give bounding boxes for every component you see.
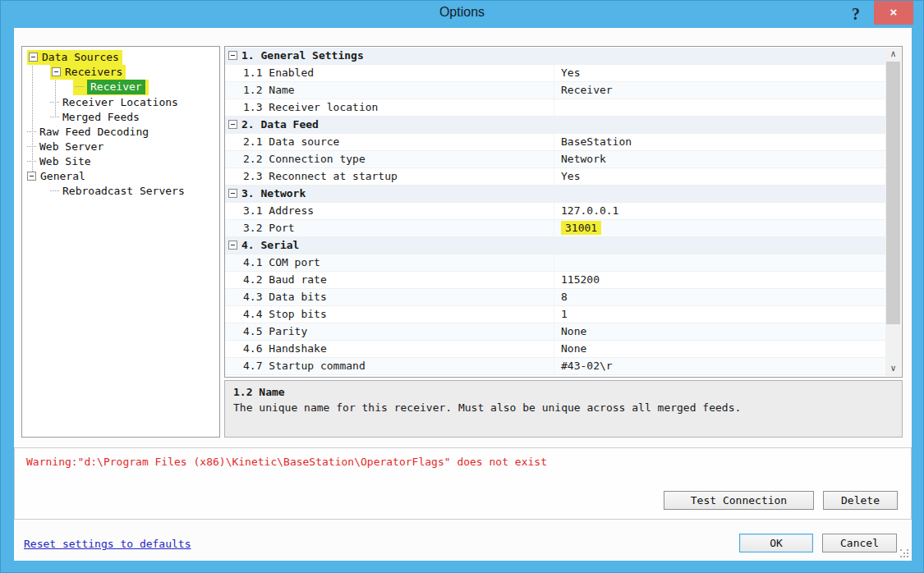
property-description-title: 1.2 Name [233,386,894,398]
tree-item-inner: Data Sources [27,50,122,65]
grid-section-label: 1. General Settings [241,48,364,64]
dialog-body: Data SourcesReceiversReceiverReceiver Lo… [14,28,912,561]
tree-item-inner: Receiver [73,80,149,95]
collapse-toggle-icon[interactable] [29,53,38,62]
tree-item-label: Receivers [65,65,122,79]
vertical-scrollbar[interactable]: ∧ ∨ [885,48,901,376]
grid-property-value[interactable]: None [554,341,885,357]
grid-property-label: 2.2 Connection type [225,151,554,167]
grid-property-label: 4.1 COM port [225,254,554,271]
tree-item-inner: Merged Feeds [50,110,140,124]
test-connection-button[interactable]: Test Connection [664,491,814,510]
ok-button[interactable]: OK [739,534,813,552]
scroll-down-icon[interactable]: ∨ [885,362,901,376]
grid-property-value[interactable]: Yes [554,65,885,81]
grid-property-label: 4.5 Parity [225,323,554,340]
tree-item-label: Rebroadcast Servers [62,184,185,198]
grid-property-label: 4.7 Startup command [225,358,554,374]
tree-item-label: Web Site [39,154,91,168]
grid-property-value[interactable]: BaseStation [554,134,885,150]
tree-item-web-site[interactable]: Web Site [22,154,219,168]
grid-row-2-1-data-source[interactable]: 2.1 Data sourceBaseStation [225,134,885,151]
grid-row-4-4-stop-bits[interactable]: 4.4 Stop bits1 [225,306,885,323]
tree-item-rebroadcast-servers[interactable]: Rebroadcast Servers [22,183,219,198]
reset-settings-link[interactable]: Reset settings to defaults [24,538,191,550]
grid-property-value[interactable]: 115200 [554,272,885,288]
grid-row-2-2-connection-type[interactable]: 2.2 Connection typeNetwork [225,151,885,168]
grid-row-2-3-reconnect-at-startup[interactable]: 2.3 Reconnect at startupYes [225,168,885,186]
grid-property-label: 3.2 Port [225,220,554,236]
grid-property-value[interactable] [554,254,885,271]
grid-section-label: 2. Data Feed [241,117,319,133]
grid-property-label: 4.6 Handshake [225,341,554,357]
window-title: Options [1,5,923,20]
grid-section-label: 4. Serial [241,237,299,254]
collapse-toggle-icon[interactable] [228,51,237,60]
grid-row-4-serial[interactable]: 4. Serial [225,237,885,254]
tree-item-general[interactable]: General [22,168,219,183]
grid-property-label: 1.3 Receiver location [225,99,554,116]
resize-grip[interactable] [899,548,909,558]
grid-property-value[interactable]: 8 [554,289,885,305]
grid-property-value[interactable]: #43-02\r [554,358,885,374]
grid-property-value[interactable] [554,99,885,116]
tree-connector [75,86,84,87]
grid-row-2-data-feed[interactable]: 2. Data Feed [225,117,885,134]
grid-property-value[interactable]: 1 [554,306,885,323]
grid-row-3-2-port[interactable]: 3.2 Port31001 [225,220,885,237]
grid-row-1-1-enabled[interactable]: 1.1 EnabledYes [225,65,885,82]
tree-item-raw-feed-decoding[interactable]: Raw Feed Decoding [22,124,219,139]
collapse-toggle-icon[interactable] [27,172,36,181]
tree-item-inner: Rebroadcast Servers [50,184,185,198]
tree-item-label: Merged Feeds [62,110,140,124]
tree-item-label: Data Sources [42,50,119,64]
delete-button[interactable]: Delete [823,491,898,510]
warning-panel: Warning:"d:\Program Files (x86)\Kinetic\… [14,447,912,520]
grid-section-label: 3. Network [241,186,306,202]
tree-item-label: Receiver Locations [62,95,178,109]
grid-row-4-7-startup-command[interactable]: 4.7 Startup command#43-02\r [225,358,885,375]
grid-row-1-2-name[interactable]: 1.2 NameReceiver [225,82,885,99]
property-grid: 1. General Settings1.1 EnabledYes1.2 Nam… [224,46,903,378]
cancel-button[interactable]: Cancel [822,534,897,552]
grid-row-1-3-receiver-location[interactable]: 1.3 Receiver location [225,99,885,117]
collapse-toggle-icon[interactable] [228,120,237,129]
collapse-toggle-icon[interactable] [228,189,237,198]
collapse-toggle-icon[interactable] [52,67,61,76]
grid-property-value[interactable]: Receiver [554,82,885,99]
grid-property-value[interactable]: Network [554,151,885,167]
property-grid-rows: 1. General Settings1.1 EnabledYes1.2 Nam… [225,48,885,375]
grid-property-value[interactable]: 31001 [554,220,885,236]
help-icon[interactable]: ? [844,2,868,25]
tree-item-label: General [40,169,85,183]
grid-property-label: 2.1 Data source [225,134,554,150]
tree-item-receiver-locations[interactable]: Receiver Locations [22,94,219,109]
warning-text: Warning:"d:\Program Files (x86)\Kinetic\… [26,456,547,468]
grid-row-4-5-parity[interactable]: 4.5 ParityNone [225,323,885,341]
tree-item-merged-feeds[interactable]: Merged Feeds [22,109,219,124]
grid-row-3-1-address[interactable]: 3.1 Address127.0.0.1 [225,203,885,220]
grid-row-4-6-handshake[interactable]: 4.6 HandshakeNone [225,341,885,358]
grid-property-label: 4.3 Data bits [225,289,554,305]
grid-row-4-2-baud-rate[interactable]: 4.2 Baud rate115200 [225,272,885,289]
settings-tree: Data SourcesReceiversReceiverReceiver Lo… [21,46,220,438]
scroll-up-icon[interactable]: ∧ [885,48,901,62]
tree-item-data-sources[interactable]: Data Sources [22,50,219,65]
grid-row-4-1-com-port[interactable]: 4.1 COM port [225,254,885,272]
grid-property-label: 4.4 Stop bits [225,306,554,323]
title-bar[interactable]: Options ? × [1,1,923,28]
tree-item-receivers[interactable]: Receivers [22,65,219,80]
grid-row-1-general-settings[interactable]: 1. General Settings [225,48,885,65]
tree-item-web-server[interactable]: Web Server [22,139,219,154]
tree-item-receiver[interactable]: Receiver [22,80,219,94]
scrollbar-thumb[interactable] [886,62,900,324]
tree-connector [27,146,36,147]
grid-row-3-network[interactable]: 3. Network [225,186,885,203]
grid-property-value[interactable]: Yes [554,168,885,185]
grid-row-4-3-data-bits[interactable]: 4.3 Data bits8 [225,289,885,306]
collapse-toggle-icon[interactable] [228,241,237,250]
tree-rows: Data SourcesReceiversReceiverReceiver Lo… [22,47,219,198]
grid-property-value[interactable]: 127.0.0.1 [554,203,885,219]
close-icon[interactable]: × [874,1,913,25]
grid-property-value[interactable]: None [554,323,885,340]
